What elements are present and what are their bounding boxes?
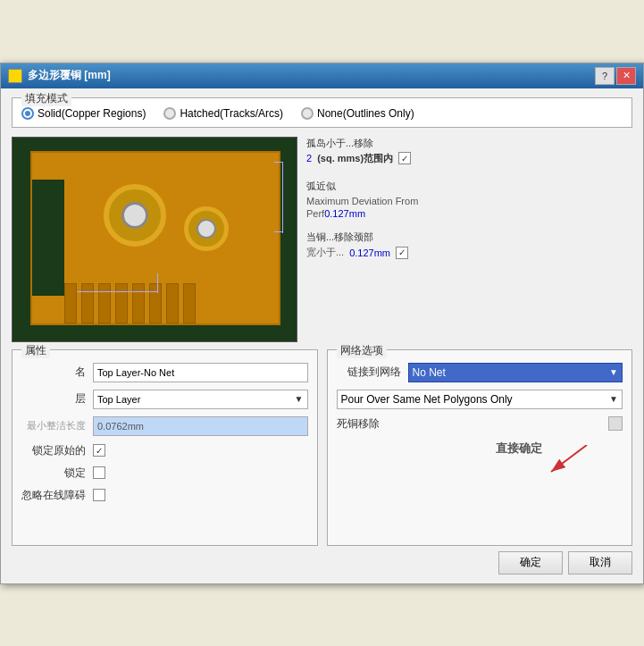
window-title: 多边形覆铜 [mm] bbox=[28, 68, 111, 83]
pin bbox=[64, 283, 77, 323]
arc-remove-row: 2 (sq. mms)范围内 bbox=[306, 152, 632, 165]
title-bar: 多边形覆铜 [mm] ? ✕ bbox=[1, 63, 643, 88]
approx-sub2: Perf bbox=[306, 208, 324, 219]
pin bbox=[166, 283, 179, 323]
name-input[interactable] bbox=[93, 363, 308, 382]
ignore-label: 忽略在线障碍 bbox=[21, 488, 93, 503]
link-select[interactable]: No Net ▼ bbox=[408, 363, 623, 382]
title-bar-left: 多边形覆铜 [mm] bbox=[8, 68, 111, 83]
arc-remove-label: 孤岛小于...移除 bbox=[306, 137, 632, 150]
link-row: 链接到网络 No Net ▼ bbox=[337, 363, 623, 382]
approx-label: 弧近似 bbox=[306, 180, 632, 193]
layer-select-value: Top Layer bbox=[97, 394, 140, 405]
layer-select-arrow: ▼ bbox=[295, 394, 304, 404]
pcb-circle-small bbox=[184, 206, 229, 251]
radio-none-label: None(Outlines Only) bbox=[317, 107, 414, 120]
ann-line-v bbox=[157, 273, 158, 293]
pin bbox=[183, 283, 196, 323]
pcb-circle-small-inner bbox=[197, 219, 216, 239]
min-length-row: 最小整洁长度 bbox=[21, 416, 308, 436]
radio-none[interactable]: None(Outlines Only) bbox=[301, 107, 414, 120]
pour-select-value: Pour Over Same Net Polygons Only bbox=[341, 393, 513, 406]
svg-line-0 bbox=[551, 445, 587, 472]
help-button[interactable]: ? bbox=[595, 67, 615, 85]
arrow-svg bbox=[533, 445, 605, 481]
radio-solid-label: Solid(Copper Regions) bbox=[38, 107, 146, 120]
pcb-circle-inner bbox=[121, 202, 148, 229]
pcb-circle-big bbox=[104, 184, 166, 247]
network-group: 网络选项 链接到网络 No Net ▼ Pour Over Same Net P… bbox=[327, 349, 633, 546]
ann-line-bottom bbox=[274, 231, 283, 232]
window-icon bbox=[8, 69, 22, 83]
ignore-row: 忽略在线障碍 bbox=[21, 488, 308, 503]
fill-mode-group: 填充模式 Solid(Copper Regions) Hatched(Track… bbox=[12, 97, 632, 128]
footer: 确定 取消 bbox=[12, 546, 632, 575]
pcb-pins bbox=[64, 283, 196, 323]
pin bbox=[149, 283, 162, 323]
link-arrow: ▼ bbox=[609, 367, 618, 377]
settings-panel: 孤岛小于...移除 2 (sq. mms)范围内 弧近似 Maximum Dev… bbox=[306, 137, 632, 342]
attributes-group: 属性 名 层 Top Layer ▼ 最小整洁长度 bbox=[12, 349, 318, 546]
fill-mode-row: Solid(Copper Regions) Hatched(Tracks/Arc… bbox=[21, 107, 623, 120]
lock-origin-row: 锁定原始的 bbox=[21, 443, 308, 458]
radio-solid[interactable]: Solid(Copper Regions) bbox=[21, 107, 146, 120]
radio-hatched[interactable]: Hatched(Tracks/Arcs) bbox=[163, 107, 283, 120]
lock-origin-checkbox[interactable] bbox=[93, 444, 105, 457]
confirm-button[interactable]: 确定 bbox=[498, 551, 563, 575]
radio-solid-circle bbox=[21, 107, 34, 120]
layer-select[interactable]: Top Layer ▼ bbox=[93, 390, 308, 409]
copper-label: 当铜...移除颈部 bbox=[306, 231, 632, 244]
copper-value: 0.127mm bbox=[349, 247, 390, 258]
fill-mode-label: 填充模式 bbox=[21, 91, 71, 106]
arc-remove-checkbox[interactable] bbox=[398, 152, 411, 164]
cancel-button[interactable]: 取消 bbox=[568, 551, 632, 575]
pour-arrow: ▼ bbox=[609, 394, 618, 404]
attributes-label: 属性 bbox=[21, 343, 50, 358]
pour-select[interactable]: Pour Over Same Net Polygons Only ▼ bbox=[337, 390, 623, 409]
copper-checkbox[interactable] bbox=[396, 247, 408, 259]
pin bbox=[81, 283, 94, 323]
pcb-notch bbox=[32, 180, 64, 296]
approx-desc: Maximum Deviation From Perf0.127mm bbox=[306, 195, 632, 221]
pin bbox=[115, 283, 128, 323]
pin bbox=[98, 283, 111, 323]
arc-remove-unit: (sq. mms)范围内 bbox=[317, 152, 393, 165]
link-select-value: No Net bbox=[413, 366, 446, 379]
ann-line-h bbox=[77, 291, 157, 292]
radio-hatched-circle bbox=[163, 107, 176, 120]
title-buttons: ? ✕ bbox=[595, 67, 636, 85]
lock-origin-label: 锁定原始的 bbox=[21, 443, 93, 458]
network-label: 网络选项 bbox=[337, 343, 387, 358]
arc-remove-value: 2 bbox=[306, 153, 312, 164]
approx-sub: Maximum Deviation From bbox=[306, 196, 418, 206]
ignore-checkbox[interactable] bbox=[93, 489, 105, 501]
min-length-input bbox=[93, 416, 308, 436]
pcb-board bbox=[30, 151, 280, 325]
approx-value: 0.127mm bbox=[324, 208, 365, 219]
copper-row: 宽小于... 0.127mm bbox=[306, 246, 632, 259]
pin bbox=[132, 283, 145, 323]
lock-checkbox[interactable] bbox=[93, 466, 105, 479]
middle-area: 孤岛小于...移除 2 (sq. mms)范围内 弧近似 Maximum Dev… bbox=[12, 137, 632, 342]
dead-copper-row: 死铜移除 bbox=[337, 416, 623, 432]
radio-hatched-label: Hatched(Tracks/Arcs) bbox=[180, 107, 283, 120]
arc-remove-section: 孤岛小于...移除 2 (sq. mms)范围内 bbox=[306, 137, 632, 169]
radio-none-circle bbox=[301, 107, 314, 120]
pcb-preview bbox=[12, 137, 297, 342]
name-row: 名 bbox=[21, 363, 308, 382]
dead-copper-label: 死铜移除 bbox=[337, 416, 609, 432]
name-label: 名 bbox=[21, 365, 93, 380]
close-button[interactable]: ✕ bbox=[616, 67, 636, 85]
bottom-area: 属性 名 层 Top Layer ▼ 最小整洁长度 bbox=[12, 349, 632, 546]
window-body: 填充模式 Solid(Copper Regions) Hatched(Track… bbox=[1, 88, 643, 583]
link-label: 链接到网络 bbox=[337, 365, 408, 380]
min-length-label: 最小整洁长度 bbox=[21, 419, 93, 432]
main-window: 多边形覆铜 [mm] ? ✕ 填充模式 Solid(Copper Regions… bbox=[0, 63, 644, 584]
ann-line-right bbox=[282, 162, 283, 233]
copper-sub: 宽小于... bbox=[306, 246, 344, 259]
lock-label: 锁定 bbox=[21, 466, 93, 481]
copper-section: 当铜...移除颈部 宽小于... 0.127mm bbox=[306, 231, 632, 263]
dead-copper-checkbox[interactable] bbox=[608, 416, 623, 431]
approx-section: 弧近似 Maximum Deviation From Perf0.127mm bbox=[306, 180, 632, 221]
lock-row: 锁定 bbox=[21, 466, 308, 481]
